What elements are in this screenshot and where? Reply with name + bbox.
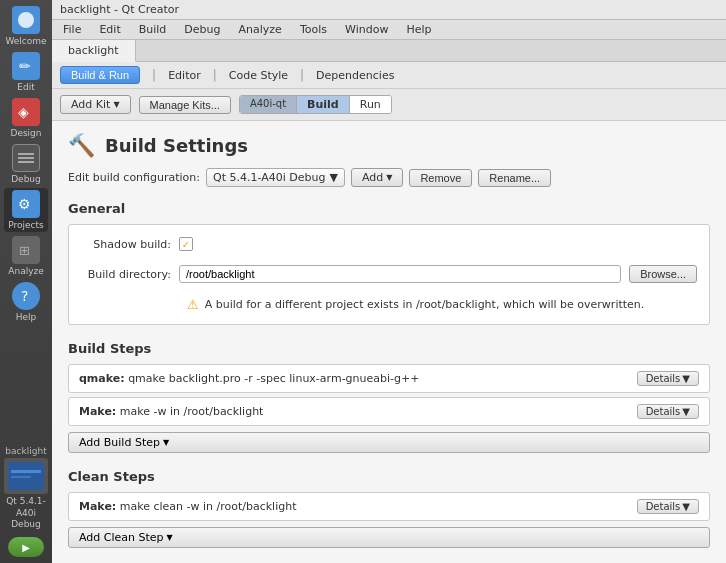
build-steps-title: Build Steps [68, 341, 710, 356]
config-select[interactable]: Qt 5.4.1-A40i Debug ▼ [206, 168, 345, 187]
sidebar-item-edit[interactable]: ✏ Edit [4, 50, 48, 94]
sidebar: Welcome ✏ Edit ◈ Design Debug ⚙ Projects… [0, 0, 52, 563]
svg-text:◈: ◈ [18, 104, 29, 120]
kit-selector[interactable]: A40i-qt Build Run [239, 95, 392, 114]
run-button[interactable] [8, 537, 44, 557]
build-steps-section: Build Steps qmake: qmake backlight.pro -… [68, 341, 710, 453]
build-dir-label: Build directory: [81, 268, 171, 281]
warning-icon: ⚠ [187, 297, 199, 312]
menu-build[interactable]: Build [136, 22, 170, 37]
sidebar-label-projects: Projects [8, 220, 43, 230]
add-config-button[interactable]: Add ▼ [351, 168, 403, 187]
warning-text: A build for a different project exists i… [205, 298, 645, 311]
sidebar-label-welcome: Welcome [5, 36, 46, 46]
main-area: backlight - Qt Creator File Edit Build D… [52, 0, 726, 563]
sidebar-item-projects[interactable]: ⚙ Projects [4, 188, 48, 232]
toolbar-separator-2: | [213, 68, 217, 82]
svg-text:⊞: ⊞ [19, 243, 30, 258]
rename-config-button[interactable]: Rename... [478, 169, 551, 187]
add-clean-step-button[interactable]: Add Clean Step ▼ [68, 527, 710, 548]
sidebar-label-help: Help [16, 312, 37, 322]
svg-rect-5 [18, 161, 34, 163]
add-kit-button[interactable]: Add Kit ▼ [60, 95, 131, 114]
qmake-details-button[interactable]: Details ▼ [637, 371, 699, 386]
toolbar: Build & Run | Editor | Code Style | Depe… [52, 62, 726, 89]
menu-window[interactable]: Window [342, 22, 391, 37]
build-step-make: Make: make -w in /root/backlight Details… [68, 397, 710, 426]
sidebar-label-debug: Debug [11, 174, 41, 184]
sidebar-project-area: backlight Qt 5.4.1-A40iDebug [0, 446, 52, 563]
dependencies-tab[interactable]: Dependencies [316, 69, 394, 82]
sidebar-label-analyze: Analyze [8, 266, 43, 276]
project-kit-label: Qt 5.4.1-A40iDebug [0, 496, 52, 531]
general-title: General [68, 201, 710, 216]
shadow-build-checkbox[interactable] [179, 237, 193, 251]
svg-point-0 [18, 12, 34, 28]
config-row: Edit build configuration: Qt 5.4.1-A40i … [68, 168, 710, 187]
shadow-build-label: Shadow build: [81, 238, 171, 251]
edit-config-label: Edit build configuration: [68, 171, 200, 184]
build-dir-input[interactable] [179, 265, 621, 283]
svg-rect-11 [11, 476, 31, 478]
content-area: 🔨 Build Settings Edit build configuratio… [52, 121, 726, 563]
code-style-tab[interactable]: Code Style [229, 69, 288, 82]
kit-name: A40i-qt [240, 96, 297, 113]
clean-step-make-text: Make: make clean -w in /root/backlight [79, 500, 637, 513]
svg-text:⚙: ⚙ [18, 196, 31, 212]
sidebar-item-design[interactable]: ◈ Design [4, 96, 48, 140]
menubar: File Edit Build Debug Analyze Tools Wind… [52, 20, 726, 40]
browse-button[interactable]: Browse... [629, 265, 697, 283]
details-arrow-icon: ▼ [682, 373, 690, 384]
kit-area: Add Kit ▼ Manage Kits... A40i-qt Build R… [52, 89, 726, 121]
build-run-button[interactable]: Build & Run [60, 66, 140, 84]
window-title: backlight - Qt Creator [60, 3, 179, 16]
sidebar-label-design: Design [10, 128, 41, 138]
menu-debug[interactable]: Debug [181, 22, 223, 37]
menu-edit[interactable]: Edit [96, 22, 123, 37]
menu-analyze[interactable]: Analyze [236, 22, 285, 37]
menu-help[interactable]: Help [403, 22, 434, 37]
hammer-icon: 🔨 [68, 133, 95, 158]
toolbar-separator-3: | [300, 68, 304, 82]
tabbar: backlight [52, 40, 726, 62]
project-thumbnail[interactable] [4, 458, 48, 494]
titlebar: backlight - Qt Creator [52, 0, 726, 20]
make-details-button[interactable]: Details ▼ [637, 404, 699, 419]
sidebar-item-welcome[interactable]: Welcome [4, 4, 48, 48]
build-step-make-text: Make: make -w in /root/backlight [79, 405, 637, 418]
warning-row: ⚠ A build for a different project exists… [179, 293, 697, 316]
menu-file[interactable]: File [60, 22, 84, 37]
svg-rect-4 [18, 157, 34, 159]
tab-backlight[interactable]: backlight [52, 40, 136, 62]
clean-step-make: Make: make clean -w in /root/backlight D… [68, 492, 710, 521]
svg-text:?: ? [21, 288, 28, 304]
clean-steps-section: Clean Steps Make: make clean -w in /root… [68, 469, 710, 548]
sidebar-item-analyze[interactable]: ⊞ Analyze [4, 234, 48, 278]
sidebar-item-help[interactable]: ? Help [4, 280, 48, 324]
menu-tools[interactable]: Tools [297, 22, 330, 37]
clean-make-details-button[interactable]: Details ▼ [637, 499, 699, 514]
general-section: General Shadow build: Build directory: B… [68, 201, 710, 325]
remove-config-button[interactable]: Remove [409, 169, 472, 187]
svg-rect-3 [18, 153, 34, 155]
add-kit-arrow: ▼ [113, 100, 119, 109]
shadow-build-row: Shadow build: [81, 233, 697, 255]
add-clean-step-arrow: ▼ [167, 533, 173, 542]
toolbar-separator-1: | [152, 68, 156, 82]
config-select-arrow: ▼ [329, 171, 337, 184]
clean-details-arrow-icon: ▼ [682, 501, 690, 512]
kit-run-tab[interactable]: Run [350, 96, 391, 113]
kit-build-tab[interactable]: Build [297, 96, 350, 113]
project-name: backlight [5, 446, 46, 456]
build-settings-title: Build Settings [105, 135, 248, 156]
svg-text:✏: ✏ [19, 58, 31, 74]
add-arrow-icon: ▼ [386, 173, 392, 182]
sidebar-item-debug[interactable]: Debug [4, 142, 48, 186]
add-build-step-button[interactable]: Add Build Step ▼ [68, 432, 710, 453]
editor-tab[interactable]: Editor [168, 69, 201, 82]
build-step-qmake: qmake: qmake backlight.pro -r -spec linu… [68, 364, 710, 393]
build-dir-row: Build directory: Browse... [81, 261, 697, 287]
sidebar-label-edit: Edit [17, 82, 34, 92]
manage-kits-button[interactable]: Manage Kits... [139, 96, 231, 114]
add-build-step-arrow: ▼ [163, 438, 169, 447]
